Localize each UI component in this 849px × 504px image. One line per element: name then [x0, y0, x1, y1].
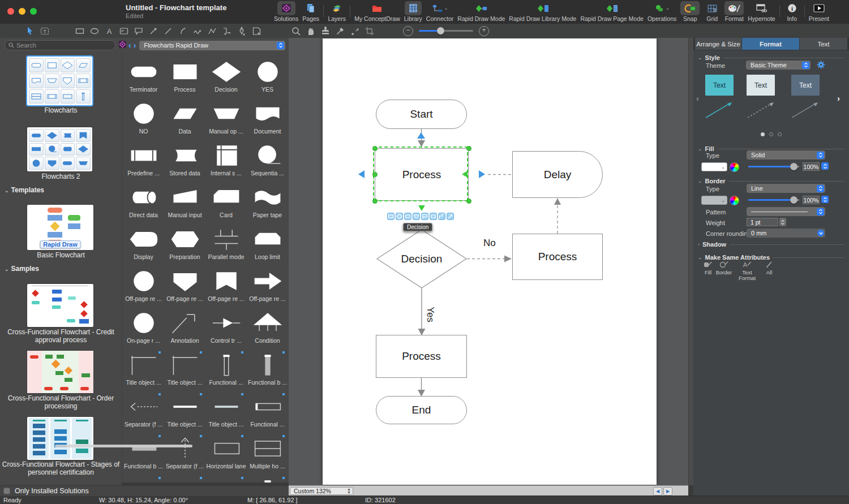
- library-shape-terminator[interactable]: Terminator: [123, 58, 164, 100]
- pages-button[interactable]: Pages: [302, 1, 319, 23]
- solutions-button[interactable]: Solutions: [274, 1, 298, 23]
- library-forward-icon[interactable]: ›: [134, 41, 136, 49]
- library-shape-display[interactable]: Display: [123, 226, 164, 268]
- zoom-in-icon[interactable]: +: [479, 26, 489, 36]
- solutions-quick-icon[interactable]: [119, 40, 126, 50]
- frame-tool[interactable]: [117, 25, 131, 37]
- theme-dropdown[interactable]: Basic Theme: [746, 61, 811, 70]
- flow-node-process-2[interactable]: Process: [512, 234, 603, 280]
- rapid-draw-right-arrow[interactable]: [479, 170, 485, 178]
- samples-section-header[interactable]: ⌄Samples: [5, 265, 39, 273]
- library-shape-stored-data[interactable]: Stored data: [164, 142, 205, 184]
- border-opacity-stepper[interactable]: [821, 196, 829, 203]
- library-shape-off-page-re[interactable]: Off-page re ...: [164, 268, 205, 309]
- quick-shape-rounded-rectangle-button[interactable]: [404, 213, 411, 220]
- selection-handle[interactable]: [466, 199, 471, 204]
- eyedropper-tool[interactable]: [333, 25, 348, 37]
- library-shape-sequentia[interactable]: Sequentia ...: [247, 142, 288, 184]
- scroll-right-button[interactable]: ▶: [663, 487, 672, 496]
- library-shape-paper-tape[interactable]: Paper tape: [247, 184, 288, 226]
- flow-node-process-selected[interactable]: Process: [375, 148, 469, 201]
- zoom-level-select[interactable]: Custom 132% ▲▼: [290, 487, 353, 495]
- make-same-section-header[interactable]: ⌄Make Same Attributes: [698, 254, 844, 261]
- rapid-draw-mode-button[interactable]: Rapid Draw Mode: [457, 1, 505, 23]
- templates-section-header[interactable]: ⌄Templates: [5, 186, 44, 194]
- close-window-button[interactable]: [7, 8, 14, 15]
- zoom-out-icon[interactable]: −: [403, 26, 413, 36]
- polyline-tool[interactable]: [205, 25, 220, 37]
- library-shape-annotation[interactable]: Annotation: [164, 309, 205, 351]
- library-shape-predefine[interactable]: Predefine ...: [123, 142, 164, 184]
- make-same-border-button[interactable]: Border: [716, 261, 732, 275]
- fill-color-wheel-icon[interactable]: [730, 162, 739, 172]
- snap-button[interactable]: Snap: [680, 1, 700, 23]
- library-shape-title-object[interactable]: Title object ...: [164, 393, 205, 435]
- sample-thumbnail-personnel-certification[interactable]: [27, 417, 93, 460]
- text-tool[interactable]: A: [102, 25, 117, 37]
- sample-thumbnail-credit-approval[interactable]: [27, 284, 93, 327]
- present-button[interactable]: Present: [809, 1, 829, 23]
- selection-handle[interactable]: [372, 199, 378, 204]
- theme-preview-card-3[interactable]: Text: [791, 75, 820, 96]
- library-dropdown[interactable]: Flowcharts Rapid Draw: [139, 41, 285, 50]
- pen-tool[interactable]: [234, 25, 249, 37]
- maximize-window-button[interactable]: [30, 8, 37, 15]
- library-shape-decision[interactable]: Decision: [205, 58, 247, 100]
- border-pattern-dropdown[interactable]: [747, 207, 825, 216]
- info-button[interactable]: iInfo: [784, 1, 800, 23]
- library-thumbnail-flowcharts-2[interactable]: [27, 127, 92, 171]
- only-installed-checkbox[interactable]: [3, 488, 10, 494]
- rapid-draw-library-mode-button[interactable]: Rapid Draw Library Mode: [509, 1, 576, 23]
- theme-next-chevron-icon[interactable]: ›: [837, 93, 840, 103]
- rapid-draw-up-arrow[interactable]: [417, 132, 425, 139]
- crop-tool[interactable]: [362, 25, 377, 37]
- quick-shape-decision-button[interactable]: [396, 213, 403, 220]
- flow-node-start[interactable]: Start: [376, 100, 467, 129]
- theme-preview-card-2[interactable]: Text: [747, 75, 775, 96]
- arrow-tool[interactable]: [146, 25, 161, 37]
- library-shape-partial[interactable]: [247, 477, 288, 483]
- border-opacity-value[interactable]: 100%: [803, 196, 820, 204]
- connector-button[interactable]: ⌄Connector: [426, 1, 453, 23]
- library-shape-manual-op[interactable]: Manual op ...: [205, 100, 247, 142]
- corner-rounding-dropdown[interactable]: 0 mm: [747, 229, 825, 238]
- grid-button[interactable]: Grid: [704, 1, 721, 23]
- stamp-tool[interactable]: [318, 25, 333, 37]
- quick-shape-terminator-button[interactable]: [430, 213, 437, 220]
- flow-node-process-3[interactable]: Process: [376, 335, 467, 378]
- quick-shape-rectangle-button[interactable]: [387, 213, 395, 220]
- search-input[interactable]: Search: [5, 40, 115, 50]
- operations-button[interactable]: ⌄Operations: [648, 1, 676, 23]
- border-opacity-slider[interactable]: [748, 196, 799, 204]
- library-shape-preparation[interactable]: Preparation: [164, 226, 205, 268]
- quick-shape-arrow-button[interactable]: [447, 213, 454, 220]
- library-shape-functional[interactable]: Functional ...: [247, 393, 288, 435]
- library-horizontal-scrollbar[interactable]: [55, 445, 192, 447]
- library-shape-title-object[interactable]: Title object ...: [205, 393, 247, 435]
- library-shape-card[interactable]: Card: [205, 184, 247, 226]
- tab-text[interactable]: Text: [800, 38, 847, 50]
- library-back-icon[interactable]: ‹: [128, 41, 131, 49]
- rectangle-tool[interactable]: [72, 25, 87, 37]
- library-shape-data[interactable]: Data: [164, 100, 205, 142]
- theme-prev-chevron-icon[interactable]: ‹: [696, 93, 699, 103]
- hypernote-button[interactable]: Hypernote: [748, 1, 775, 23]
- line-tool[interactable]: [161, 25, 175, 37]
- library-shape-partial[interactable]: [164, 477, 205, 483]
- library-shape-title-object[interactable]: Title object ...: [164, 351, 205, 393]
- zoom-slider-knob[interactable]: [437, 27, 444, 35]
- freehand-tool[interactable]: [190, 25, 205, 37]
- selection-tool[interactable]: [23, 25, 37, 37]
- library-shape-off-page-re[interactable]: Off-page re ...: [247, 268, 288, 309]
- library-shape-partial[interactable]: [205, 477, 247, 483]
- border-color-well[interactable]: ⌄: [701, 196, 727, 205]
- fill-opacity-stepper[interactable]: [821, 162, 829, 170]
- selection-handle[interactable]: [372, 172, 378, 177]
- library-shape-multiple-ho[interactable]: Multiple ho ...: [247, 435, 288, 477]
- zoom-tool[interactable]: [289, 25, 303, 37]
- flow-node-delay[interactable]: Delay: [512, 151, 603, 198]
- library-shape-condition[interactable]: Condition: [247, 309, 288, 351]
- library-shape-partial[interactable]: [123, 477, 164, 483]
- library-shape-parallel-mode[interactable]: Parallel mode: [205, 226, 247, 268]
- theme-settings-gear-icon[interactable]: [817, 61, 825, 71]
